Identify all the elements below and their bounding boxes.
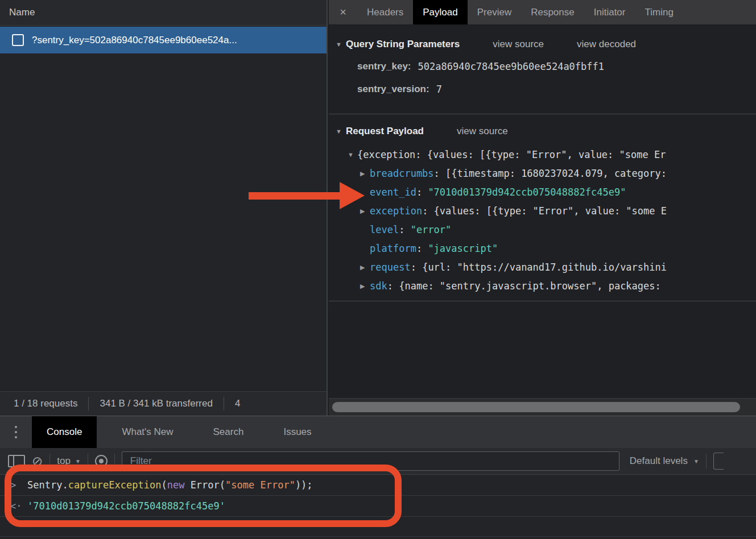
json-value: [{timestamp: 1680237024.079, category: xyxy=(445,164,667,183)
network-name-column-header[interactable]: Name xyxy=(0,0,327,26)
tab-initiator[interactable]: Initiator xyxy=(584,0,635,24)
tab-response[interactable]: Response xyxy=(521,0,584,24)
section-divider xyxy=(329,114,756,114)
tree-row-root[interactable]: ▼ {exception: {values: [{type: "Error", … xyxy=(329,146,756,164)
console-sidebar-toggle-icon[interactable] xyxy=(8,455,25,467)
scrollbar-thumb[interactable] xyxy=(332,402,740,412)
tree-row-sdk[interactable]: ▶ sdk: {name: "sentry.javascript.browser… xyxy=(329,277,756,296)
statusbar-extra: 4 xyxy=(235,398,240,409)
console-result-value: '7010d01379d942ccb075048882fc45e9' xyxy=(27,500,225,512)
details-tabbar: × Headers Payload Preview Response Initi… xyxy=(329,0,756,25)
token-string: "some Error" xyxy=(225,479,295,491)
transferred-size: 341 B / 341 kB transferred xyxy=(100,398,212,409)
console-drawer: Console What's New Search Issues ⊘ top ▼… xyxy=(0,416,756,539)
tab-timing[interactable]: Timing xyxy=(635,0,683,24)
create-live-expression-icon[interactable] xyxy=(95,455,108,467)
query-string-title: Query String Parameters xyxy=(346,39,460,50)
tab-payload[interactable]: Payload xyxy=(413,0,467,24)
tree-row-event-id[interactable]: event_id: "7010d01379d942ccb075048882fc4… xyxy=(329,183,756,202)
network-empty-area xyxy=(0,53,327,391)
request-payload-header: ▼ Request Payload view source xyxy=(329,121,756,142)
tab-preview[interactable]: Preview xyxy=(468,0,521,24)
json-colon: : xyxy=(416,239,428,258)
settings-button-partial[interactable] xyxy=(713,453,724,470)
json-colon: : xyxy=(434,164,445,183)
statusbar-divider xyxy=(224,397,224,411)
param-value: 7 xyxy=(436,84,442,95)
request-checkbox[interactable] xyxy=(12,34,24,46)
token-close: )); xyxy=(295,479,313,491)
console-filter-input[interactable] xyxy=(122,451,619,471)
payload-json-tree: ▼ {exception: {values: [{type: "Error", … xyxy=(329,146,756,296)
request-payload-title: Request Payload xyxy=(346,126,424,137)
json-key: exception xyxy=(370,202,422,221)
network-panel: Name ?sentry_key=502a86940c7845ee9b60ee5… xyxy=(0,0,328,416)
json-value: {values: [{type: "Error", value: "some E xyxy=(434,202,667,221)
statusbar-divider xyxy=(88,397,89,411)
tab-whats-new[interactable]: What's New xyxy=(107,416,188,448)
expand-triangle-icon[interactable]: ▶ xyxy=(360,202,370,221)
query-string-header: ▼ Query String Parameters view source vi… xyxy=(329,34,756,55)
log-levels-dropdown[interactable]: Default levels ▼ xyxy=(630,455,699,467)
json-value: "javascript" xyxy=(428,239,498,258)
kebab-menu-icon[interactable] xyxy=(0,416,32,448)
tree-row-level[interactable]: level: "error" xyxy=(329,221,756,239)
javascript-context-dropdown[interactable]: top ▼ xyxy=(57,455,81,467)
tab-search[interactable]: Search xyxy=(199,416,259,448)
request-details-panel: × Headers Payload Preview Response Initi… xyxy=(329,0,756,416)
collapse-triangle-icon[interactable]: ▼ xyxy=(336,128,345,135)
payload-view: ▼ Query String Parameters view source vi… xyxy=(329,26,756,398)
token-keyword: new xyxy=(167,479,185,491)
json-key: sdk xyxy=(370,277,387,296)
param-name: sentry_version: xyxy=(357,84,429,95)
json-value: {exception: {values: [{type: "Error", va… xyxy=(357,146,666,164)
json-colon: : xyxy=(422,202,433,221)
json-key: platform xyxy=(370,239,416,258)
json-value: {name: "sentry.javascript.browser", pack… xyxy=(399,277,661,296)
section-divider xyxy=(329,301,756,301)
console-toolbar: ⊘ top ▼ Default levels ▼ xyxy=(0,448,756,475)
expand-triangle-icon[interactable]: ▶ xyxy=(360,258,370,277)
request-name: ?sentry_key=502a86940c7845ee9b60ee524a..… xyxy=(32,35,237,46)
tree-row-breadcrumbs[interactable]: ▶ breadcrumbs: [{timestamp: 1680237024.0… xyxy=(329,164,756,183)
tree-row-request[interactable]: ▶ request: {url: "https://vanand17.githu… xyxy=(329,258,756,277)
chevron-down-icon: ▼ xyxy=(693,458,699,465)
collapse-triangle-icon[interactable]: ▼ xyxy=(336,41,345,48)
json-key: request xyxy=(370,258,411,277)
console-result-arrow-icon: <· xyxy=(10,500,27,512)
token-method: captureException xyxy=(68,479,162,491)
request-payload-section: ▼ Request Payload view source ▼ {excepti… xyxy=(329,121,756,301)
tab-console[interactable]: Console xyxy=(32,416,97,448)
query-string-section: ▼ Query String Parameters view source vi… xyxy=(329,26,756,114)
json-colon: : xyxy=(411,258,422,277)
json-colon: : xyxy=(399,221,410,239)
json-colon: : xyxy=(387,277,399,296)
view-source-link[interactable]: view source xyxy=(457,126,508,137)
network-request-row[interactable]: ?sentry_key=502a86940c7845ee9b60ee524a..… xyxy=(0,27,327,53)
view-decoded-link[interactable]: view decoded xyxy=(577,39,636,50)
close-icon[interactable]: × xyxy=(329,0,357,24)
chevron-down-icon: ▼ xyxy=(75,458,81,465)
expand-triangle-icon[interactable]: ▶ xyxy=(360,277,370,296)
console-result: <· '7010d01379d942ccb075048882fc45e9' xyxy=(0,496,756,517)
token-object: Sentry. xyxy=(27,479,68,491)
tab-issues[interactable]: Issues xyxy=(268,416,326,448)
view-source-link[interactable]: view source xyxy=(493,39,544,50)
json-key: level xyxy=(370,221,399,239)
console-input-echo: > Sentry.captureException(new Error("som… xyxy=(0,475,756,496)
console-messages: > Sentry.captureException(new Error("som… xyxy=(0,475,756,539)
expand-triangle-icon[interactable]: ▼ xyxy=(348,146,357,164)
param-value: 502a86940c7845ee9b60ee524a0fbff1 xyxy=(418,61,605,72)
horizontal-scrollbar xyxy=(329,398,756,416)
clear-console-icon[interactable]: ⊘ xyxy=(32,455,43,468)
expand-triangle-icon[interactable]: ▶ xyxy=(360,164,370,183)
tree-row-exception[interactable]: ▶ exception: {values: [{type: "Error", v… xyxy=(329,202,756,221)
json-value: "7010d01379d942ccb075048882fc45e9" xyxy=(428,183,626,202)
console-empty-area xyxy=(0,517,756,537)
tree-row-platform[interactable]: platform: "javascript" xyxy=(329,239,756,258)
json-colon: : xyxy=(416,183,428,202)
json-value: "error" xyxy=(411,221,452,239)
tab-headers[interactable]: Headers xyxy=(357,0,413,24)
query-param-row: sentry_key: 502a86940c7845ee9b60ee524a0f… xyxy=(329,55,756,78)
param-name: sentry_key: xyxy=(357,61,411,72)
